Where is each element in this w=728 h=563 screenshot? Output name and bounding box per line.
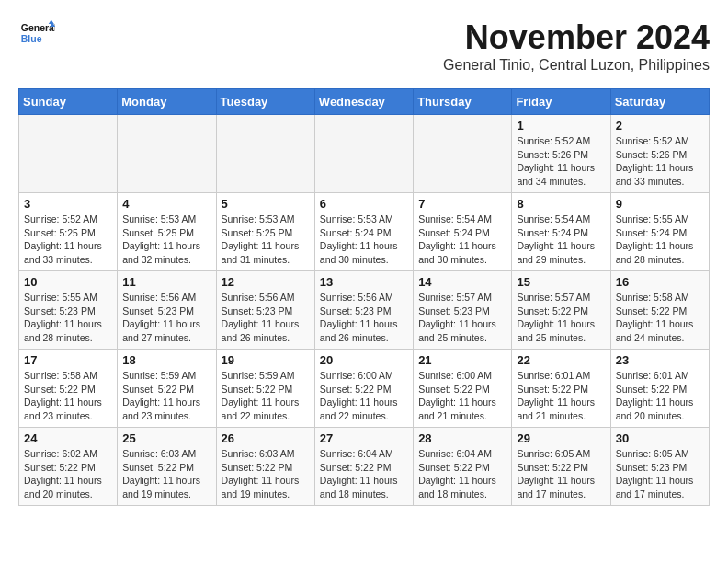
day-number: 17 xyxy=(24,353,112,367)
week-row-4: 17Sunrise: 5:58 AM Sunset: 5:22 PM Dayli… xyxy=(19,350,710,428)
day-info: Sunrise: 5:58 AM Sunset: 5:22 PM Dayligh… xyxy=(24,369,112,423)
day-info: Sunrise: 5:59 AM Sunset: 5:22 PM Dayligh… xyxy=(122,369,210,423)
calendar-cell: 15Sunrise: 5:57 AM Sunset: 5:22 PM Dayli… xyxy=(512,271,610,350)
calendar-cell xyxy=(414,115,512,193)
calendar-cell: 27Sunrise: 6:04 AM Sunset: 5:22 PM Dayli… xyxy=(314,428,413,506)
calendar-cell: 26Sunrise: 6:03 AM Sunset: 5:22 PM Dayli… xyxy=(216,428,314,506)
day-number: 2 xyxy=(616,119,704,132)
calendar-cell: 5Sunrise: 5:53 AM Sunset: 5:25 PM Daylig… xyxy=(216,193,314,271)
subtitle: General Tinio, Central Luzon, Philippine… xyxy=(443,57,710,74)
day-number: 3 xyxy=(24,197,112,211)
day-info: Sunrise: 5:55 AM Sunset: 5:23 PM Dayligh… xyxy=(24,291,112,345)
day-number: 9 xyxy=(616,197,704,211)
day-info: Sunrise: 5:57 AM Sunset: 5:22 PM Dayligh… xyxy=(517,291,605,345)
week-row-3: 10Sunrise: 5:55 AM Sunset: 5:23 PM Dayli… xyxy=(19,271,710,350)
day-number: 22 xyxy=(517,353,605,367)
day-header-saturday: Saturday xyxy=(610,89,709,115)
calendar-cell xyxy=(19,115,118,193)
day-info: Sunrise: 6:01 AM Sunset: 5:22 PM Dayligh… xyxy=(616,369,704,423)
day-info: Sunrise: 5:52 AM Sunset: 5:26 PM Dayligh… xyxy=(616,134,704,189)
day-number: 24 xyxy=(24,431,112,445)
day-number: 21 xyxy=(418,353,506,367)
calendar-cell: 25Sunrise: 6:03 AM Sunset: 5:22 PM Dayli… xyxy=(118,428,216,506)
week-row-5: 24Sunrise: 6:02 AM Sunset: 5:22 PM Dayli… xyxy=(19,428,710,506)
calendar-cell: 17Sunrise: 5:58 AM Sunset: 5:22 PM Dayli… xyxy=(19,350,118,428)
day-info: Sunrise: 6:03 AM Sunset: 5:22 PM Dayligh… xyxy=(222,447,310,501)
day-header-tuesday: Tuesday xyxy=(216,89,314,115)
calendar-cell xyxy=(118,115,216,193)
calendar-cell: 24Sunrise: 6:02 AM Sunset: 5:22 PM Dayli… xyxy=(19,428,118,506)
day-number: 23 xyxy=(616,353,704,367)
day-info: Sunrise: 6:04 AM Sunset: 5:22 PM Dayligh… xyxy=(418,447,506,501)
day-header-row: SundayMondayTuesdayWednesdayThursdayFrid… xyxy=(19,89,710,115)
day-info: Sunrise: 6:05 AM Sunset: 5:22 PM Dayligh… xyxy=(517,447,605,501)
calendar-cell: 3Sunrise: 5:52 AM Sunset: 5:25 PM Daylig… xyxy=(19,193,118,271)
day-info: Sunrise: 6:02 AM Sunset: 5:22 PM Dayligh… xyxy=(24,447,112,501)
header: General Blue November 2024 General Tinio… xyxy=(18,18,710,74)
week-row-1: 1Sunrise: 5:52 AM Sunset: 5:26 PM Daylig… xyxy=(19,115,710,193)
day-header-friday: Friday xyxy=(512,89,610,115)
day-number: 10 xyxy=(24,275,112,289)
day-header-monday: Monday xyxy=(118,89,216,115)
day-info: Sunrise: 6:03 AM Sunset: 5:22 PM Dayligh… xyxy=(122,447,210,501)
day-info: Sunrise: 5:56 AM Sunset: 5:23 PM Dayligh… xyxy=(222,291,310,345)
week-row-2: 3Sunrise: 5:52 AM Sunset: 5:25 PM Daylig… xyxy=(19,193,710,271)
calendar-cell xyxy=(314,115,413,193)
day-number: 7 xyxy=(418,197,506,211)
day-info: Sunrise: 5:54 AM Sunset: 5:24 PM Dayligh… xyxy=(517,213,605,267)
day-number: 12 xyxy=(222,275,310,289)
calendar-cell: 30Sunrise: 6:05 AM Sunset: 5:23 PM Dayli… xyxy=(610,428,709,506)
day-info: Sunrise: 6:04 AM Sunset: 5:22 PM Dayligh… xyxy=(320,447,408,501)
calendar-cell: 10Sunrise: 5:55 AM Sunset: 5:23 PM Dayli… xyxy=(19,271,118,350)
day-number: 19 xyxy=(222,353,310,367)
title-area: November 2024 General Tinio, Central Luz… xyxy=(443,18,710,74)
calendar-cell: 21Sunrise: 6:00 AM Sunset: 5:22 PM Dayli… xyxy=(414,350,512,428)
day-number: 16 xyxy=(616,275,704,289)
calendar-cell: 11Sunrise: 5:56 AM Sunset: 5:23 PM Dayli… xyxy=(118,271,216,350)
day-number: 26 xyxy=(222,431,310,445)
day-number: 25 xyxy=(122,431,210,445)
day-number: 4 xyxy=(122,197,210,211)
day-info: Sunrise: 5:53 AM Sunset: 5:25 PM Dayligh… xyxy=(222,213,310,267)
calendar-cell: 18Sunrise: 5:59 AM Sunset: 5:22 PM Dayli… xyxy=(118,350,216,428)
calendar-cell: 12Sunrise: 5:56 AM Sunset: 5:23 PM Dayli… xyxy=(216,271,314,350)
day-info: Sunrise: 5:55 AM Sunset: 5:24 PM Dayligh… xyxy=(616,213,704,267)
day-info: Sunrise: 6:05 AM Sunset: 5:23 PM Dayligh… xyxy=(616,447,704,501)
day-number: 18 xyxy=(122,353,210,367)
day-info: Sunrise: 5:56 AM Sunset: 5:23 PM Dayligh… xyxy=(320,291,408,345)
calendar-cell: 2Sunrise: 5:52 AM Sunset: 5:26 PM Daylig… xyxy=(610,115,709,193)
calendar-cell: 1Sunrise: 5:52 AM Sunset: 5:26 PM Daylig… xyxy=(512,115,610,193)
day-number: 20 xyxy=(320,353,408,367)
day-info: Sunrise: 6:01 AM Sunset: 5:22 PM Dayligh… xyxy=(517,369,605,423)
calendar-cell: 19Sunrise: 5:59 AM Sunset: 5:22 PM Dayli… xyxy=(216,350,314,428)
day-info: Sunrise: 5:56 AM Sunset: 5:23 PM Dayligh… xyxy=(122,291,210,345)
day-info: Sunrise: 5:54 AM Sunset: 5:24 PM Dayligh… xyxy=(418,213,506,267)
calendar-cell xyxy=(216,115,314,193)
day-info: Sunrise: 6:00 AM Sunset: 5:22 PM Dayligh… xyxy=(320,369,408,423)
calendar-cell: 8Sunrise: 5:54 AM Sunset: 5:24 PM Daylig… xyxy=(512,193,610,271)
day-number: 13 xyxy=(320,275,408,289)
day-number: 8 xyxy=(517,197,605,211)
calendar-cell: 7Sunrise: 5:54 AM Sunset: 5:24 PM Daylig… xyxy=(414,193,512,271)
day-number: 30 xyxy=(616,431,704,445)
day-info: Sunrise: 5:57 AM Sunset: 5:23 PM Dayligh… xyxy=(418,291,506,345)
day-header-sunday: Sunday xyxy=(19,89,118,115)
day-number: 27 xyxy=(320,431,408,445)
day-header-thursday: Thursday xyxy=(414,89,512,115)
calendar-cell: 13Sunrise: 5:56 AM Sunset: 5:23 PM Dayli… xyxy=(314,271,413,350)
calendar-cell: 16Sunrise: 5:58 AM Sunset: 5:22 PM Dayli… xyxy=(610,271,709,350)
day-number: 11 xyxy=(122,275,210,289)
calendar-table: SundayMondayTuesdayWednesdayThursdayFrid… xyxy=(18,88,710,506)
day-info: Sunrise: 5:53 AM Sunset: 5:25 PM Dayligh… xyxy=(122,213,210,267)
calendar-cell: 6Sunrise: 5:53 AM Sunset: 5:24 PM Daylig… xyxy=(314,193,413,271)
calendar-cell: 28Sunrise: 6:04 AM Sunset: 5:22 PM Dayli… xyxy=(414,428,512,506)
calendar-cell: 29Sunrise: 6:05 AM Sunset: 5:22 PM Dayli… xyxy=(512,428,610,506)
day-number: 1 xyxy=(517,119,605,132)
day-info: Sunrise: 5:52 AM Sunset: 5:25 PM Dayligh… xyxy=(24,213,112,267)
svg-text:Blue: Blue xyxy=(21,33,42,44)
day-header-wednesday: Wednesday xyxy=(314,89,413,115)
calendar-cell: 9Sunrise: 5:55 AM Sunset: 5:24 PM Daylig… xyxy=(610,193,709,271)
calendar-cell: 22Sunrise: 6:01 AM Sunset: 5:22 PM Dayli… xyxy=(512,350,610,428)
day-number: 14 xyxy=(418,275,506,289)
month-title: November 2024 xyxy=(443,18,710,57)
